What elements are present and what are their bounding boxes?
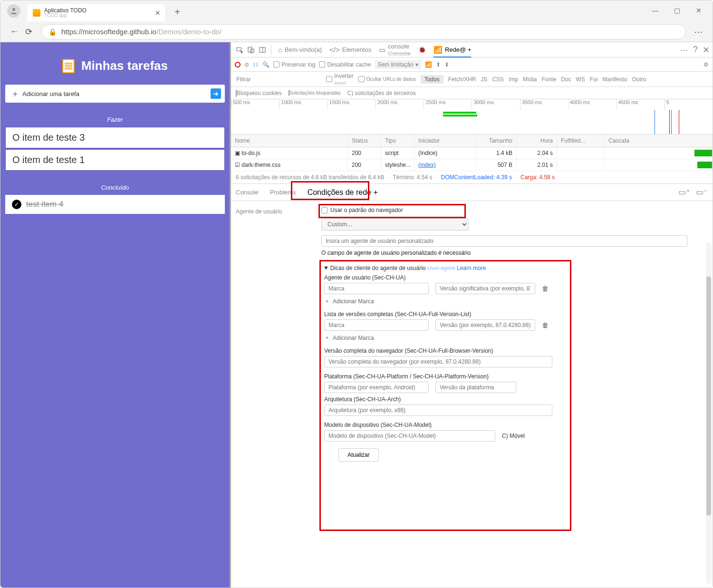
mobile-checkbox-label[interactable]: C) Móvel (502, 433, 525, 439)
drawer-collapse-icon[interactable]: ▭⁺ (678, 187, 690, 197)
disable-cache-checkbox[interactable]: Desabilitar cache (319, 61, 371, 68)
filter-ws[interactable]: WS (576, 76, 585, 83)
third-party-checkbox[interactable]: C) solicitações de terceiros (347, 90, 416, 96)
net-row-initiator[interactable]: (índice) (414, 147, 476, 159)
done-task-item[interactable]: ✓ test item 4 (5, 195, 225, 214)
throttling-select[interactable]: Sem limitação ▾ (375, 60, 421, 69)
net-row-waterfall (605, 159, 713, 171)
drawer-tab-network-conditions[interactable]: Condições de rede + (308, 188, 378, 197)
blocked-cookies-checkbox[interactable]: Bloqueou cookies (236, 90, 282, 96)
browser-tab[interactable]: Aplicativo TODO TODO app × (27, 4, 165, 21)
drawer-expand-icon[interactable]: ▭⁻ (696, 187, 708, 197)
drawer-tab-problems[interactable]: Problems (270, 189, 296, 196)
window-minimize-button[interactable]: — (644, 3, 666, 18)
svg-rect-1 (237, 48, 241, 51)
net-row-name[interactable]: ▣ to-do.js (231, 147, 348, 159)
col-time[interactable]: Hora (517, 135, 557, 147)
task-item[interactable]: O item de teste 1 (5, 149, 225, 171)
add-brand-button[interactable]: ＋ Adicionar Marca (324, 297, 689, 305)
platform-input[interactable] (324, 382, 429, 393)
model-input[interactable] (324, 430, 495, 442)
nav-back-button[interactable]: ← (7, 25, 21, 39)
full-browser-version-input[interactable] (324, 356, 552, 367)
filter-font[interactable]: Fonte (541, 76, 556, 83)
preserve-log-checkbox[interactable]: Preservar log (273, 61, 315, 68)
address-bar[interactable]: 🔒 https://microsoftedge.github.io/Demos/… (41, 24, 686, 39)
filter-img[interactable]: Imp (509, 76, 518, 83)
search-icon[interactable]: 🔍 (262, 61, 270, 68)
col-waterfall[interactable]: Cascata (605, 135, 713, 147)
network-conditions-icon[interactable]: 📶 (425, 61, 432, 68)
tab-debugger-icon[interactable]: 🐞 (418, 46, 426, 53)
filter-wasm[interactable]: Foi (590, 76, 598, 83)
devtools-close-icon[interactable]: ✕ (703, 45, 710, 55)
filter-toggle-icon[interactable]: ⫶⫶ (253, 61, 259, 68)
clear-log-icon[interactable]: ⊘ (244, 61, 249, 68)
col-status[interactable]: Status (348, 135, 381, 147)
inspect-element-icon[interactable] (234, 44, 245, 56)
version-input[interactable] (435, 319, 535, 331)
update-button[interactable]: Atualizar (338, 448, 379, 462)
add-task-placeholder: Adicionar uma tarefa (22, 90, 79, 97)
nav-refresh-button[interactable]: ⟳ (21, 25, 36, 39)
devtools-help-icon[interactable]: ? (693, 45, 698, 55)
filter-fetchxhr[interactable]: Fetch/XHR (448, 76, 476, 83)
task-item[interactable]: O item de teste 3 (5, 127, 225, 148)
add-brand-button[interactable]: ＋ Adicionar Marca (324, 334, 689, 342)
window-maximize-button[interactable]: ▢ (666, 3, 688, 18)
devtools-more-icon[interactable]: ⋯ (680, 45, 688, 55)
filter-js[interactable]: JS (481, 76, 487, 83)
device-toggle-icon[interactable] (245, 44, 257, 56)
platform-version-input[interactable] (435, 382, 516, 393)
filter-input[interactable]: Filtrar (236, 76, 321, 83)
ua-default-checkbox[interactable]: Usar o padrão do navegador (321, 207, 692, 213)
trash-icon[interactable]: 🗑 (542, 321, 549, 329)
platform-label: Plataforma (Sec-CH-UA-Platform / Sec-CH-… (324, 373, 689, 380)
browser-menu-button[interactable]: ⋯ (692, 25, 706, 39)
profile-avatar[interactable] (7, 4, 20, 18)
brand-input[interactable] (324, 283, 429, 294)
hide-data-urls-checkbox[interactable]: Ocultar URLs de dados (358, 76, 416, 82)
net-row-initiator[interactable]: (index) (414, 159, 476, 171)
tab-elements[interactable]: </>Elementos (329, 46, 371, 54)
tab-welcome[interactable]: ⌂Bem-vindo(a) (278, 46, 322, 54)
col-size[interactable]: Tamanho (476, 135, 517, 147)
col-type[interactable]: Tipo (381, 135, 414, 147)
close-tab-icon[interactable]: × (155, 8, 160, 18)
import-icon[interactable]: ⬆ (436, 61, 441, 68)
ua-custom-error: O campo de agente de usuário personaliza… (321, 250, 692, 256)
client-hints-learn-more-link[interactable]: Learn more (457, 265, 486, 271)
significant-version-input[interactable] (435, 283, 535, 294)
col-initiator[interactable]: Iniciador (414, 135, 476, 147)
filter-other[interactable]: Outro (632, 76, 646, 83)
network-settings-icon[interactable]: ⚙ (703, 61, 709, 68)
tab-console[interactable]: ▭consoleConsole (379, 43, 411, 57)
window-close-button[interactable]: ✕ (688, 3, 710, 18)
col-fulfilled[interactable]: Fulfilled... (557, 135, 605, 147)
arch-input[interactable] (324, 405, 552, 416)
filter-css[interactable]: CSS (492, 76, 504, 83)
trash-icon[interactable]: 🗑 (542, 285, 549, 292)
submit-task-button[interactable]: ➜ (211, 88, 221, 99)
filter-all[interactable]: Todos (421, 75, 443, 84)
brand-input[interactable] (324, 319, 429, 331)
drawer-tab-console[interactable]: Console (236, 189, 259, 196)
ua-preset-select[interactable]: Custom... (321, 218, 469, 231)
col-name[interactable]: Nome (231, 135, 348, 147)
network-timeline[interactable]: 500 ms 1000 ms 1500 ms 2000 ms 2500 ms 3… (231, 99, 713, 135)
add-task-input[interactable]: ＋ Adicionar uma tarefa ➜ (5, 85, 225, 103)
ua-custom-input[interactable] (321, 235, 687, 247)
record-button-icon[interactable] (235, 62, 241, 67)
export-icon[interactable]: ⬇ (444, 61, 449, 68)
invert-checkbox[interactable]: InverterInvert (326, 73, 354, 86)
filter-media[interactable]: Mídia (523, 76, 537, 83)
blocked-requests-checkbox[interactable]: Solicitações bloqueadas (289, 90, 341, 96)
net-row-name[interactable]: ☑ dark-theme.css (231, 159, 348, 171)
filter-manifest[interactable]: Manifesto (602, 76, 627, 83)
filter-doc[interactable]: Doc (561, 76, 571, 83)
new-tab-button[interactable]: + (171, 5, 184, 19)
drawer-scrollbar[interactable] (706, 242, 712, 584)
dock-side-icon[interactable] (257, 44, 268, 56)
client-hints-details[interactable]: Dicas de cliente do agente de usuário Us… (324, 265, 689, 462)
tab-network[interactable]: 📶Rede @ + (434, 42, 471, 58)
